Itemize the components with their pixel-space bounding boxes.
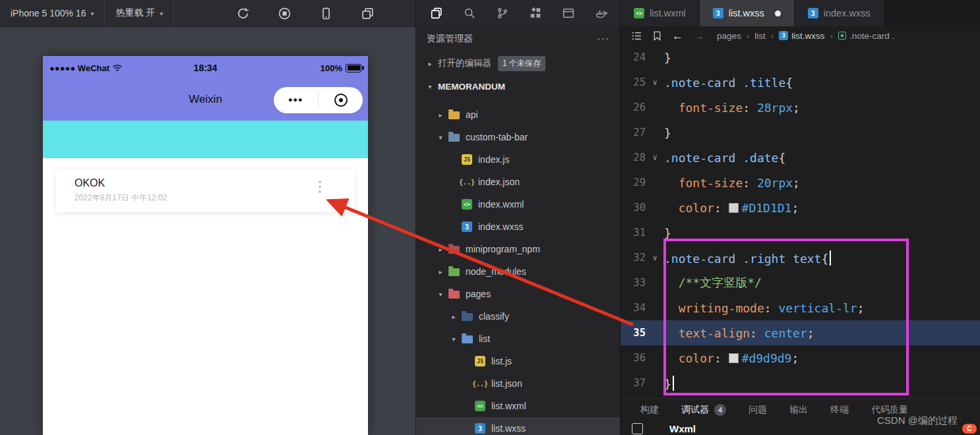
- chevron-right-icon: ▸: [436, 268, 445, 276]
- code-line-36[interactable]: 36 color: #d9d9d9;: [621, 345, 980, 370]
- fold-chevron-icon[interactable]: ∨: [646, 153, 664, 162]
- tree-item-miniprogram_npm[interactable]: ▸miniprogram_npm: [416, 238, 620, 260]
- code-line-37[interactable]: 37}: [621, 370, 980, 395]
- file-name: list.wxml: [491, 401, 526, 411]
- breadcrumb-item[interactable]: 3list.wxss: [779, 31, 824, 41]
- code-line-31[interactable]: 31}: [621, 220, 980, 245]
- tree-item-list.wxml[interactable]: <>list.wxml: [416, 395, 620, 417]
- editor-tab-list.wxml[interactable]: <>list.wxml: [621, 0, 700, 26]
- hot-reload-selector[interactable]: 热重载 开: [105, 0, 173, 26]
- chevron-right-icon: ▸: [436, 246, 445, 253]
- code-line-34[interactable]: 34 writing-mode: vertical-lr;: [621, 295, 980, 320]
- more-dots-icon[interactable]: [316, 178, 324, 196]
- code-line-33[interactable]: 33 /**文字竖版*/: [621, 270, 980, 295]
- wxss-file-icon: 3: [462, 221, 472, 232]
- stop-icon[interactable]: [278, 7, 291, 20]
- file-name: classify: [479, 311, 509, 322]
- wifi-icon: [112, 64, 123, 72]
- chevron-right-icon: [425, 60, 435, 67]
- tree-item-index.wxml[interactable]: <>index.wxml: [416, 193, 620, 216]
- line-number: 32: [621, 252, 646, 264]
- fold-chevron-icon[interactable]: ∨: [646, 253, 664, 262]
- editor-tab-index.wxss[interactable]: 3index.wxss: [795, 0, 884, 26]
- debugger-badge: 4: [714, 404, 726, 416]
- file-name: api: [466, 109, 478, 120]
- breadcrumb-item[interactable]: .note-card .: [838, 31, 894, 41]
- tree-item-index.json[interactable]: {..}index.json: [416, 171, 620, 193]
- line-number: 33: [621, 277, 646, 289]
- search-icon[interactable]: [464, 7, 475, 19]
- chevron-down-icon: [425, 83, 435, 90]
- windows-icon[interactable]: [361, 7, 374, 20]
- tree-item-api[interactable]: ▸api: [416, 103, 620, 126]
- panel-tab-终端[interactable]: 终端: [830, 404, 849, 416]
- code-text: }: [664, 376, 674, 391]
- code-line-32[interactable]: 32∨.note-card .right text{: [621, 245, 980, 270]
- tree-item-custom-tab-bar[interactable]: ▾custom-tab-bar: [416, 126, 620, 148]
- refresh-icon[interactable]: [237, 7, 249, 20]
- battery-percent: 100%: [321, 63, 342, 73]
- more-button[interactable]: •••: [274, 94, 318, 107]
- tab-label: list.wxss: [729, 8, 764, 18]
- breadcrumb-item[interactable]: pages: [717, 31, 741, 41]
- color-swatch: [729, 203, 739, 213]
- chevron-down-icon: ▾: [436, 291, 445, 298]
- line-number: 28: [621, 152, 646, 163]
- exit-button[interactable]: [319, 94, 363, 107]
- file-name: node_modules: [466, 266, 526, 277]
- code-text: writing-mode: vertical-lr;: [664, 301, 864, 315]
- code-text: /**文字竖版*/: [664, 275, 762, 291]
- line-number: 24: [621, 51, 646, 63]
- code-text: .note-card .right text{: [664, 250, 831, 266]
- panel-tab-问题[interactable]: 问题: [749, 404, 767, 416]
- panel-tab-调试器[interactable]: 调试器4: [681, 404, 726, 416]
- tree-item-list.json[interactable]: {..}list.json: [416, 372, 620, 395]
- code-line-27[interactable]: 27}: [621, 120, 980, 145]
- extensions-icon[interactable]: [530, 7, 541, 19]
- tree-item-list[interactable]: ▾list: [416, 328, 620, 350]
- code-line-35[interactable]: 35 text-align: center;: [621, 320, 980, 345]
- js-file-icon: JS: [475, 356, 485, 366]
- note-card[interactable]: OKOK 2022年8月17日 中午12:02: [56, 169, 355, 212]
- tree-item-index.js[interactable]: JSindex.js: [416, 148, 620, 171]
- breadcrumb: pages›list›3list.wxss›.note-card .: [717, 31, 894, 41]
- more-actions-icon[interactable]: ···: [597, 33, 609, 45]
- code-line-26[interactable]: 26 font-size: 28rpx;: [621, 95, 980, 120]
- tree-item-pages[interactable]: ▾pages: [416, 283, 620, 305]
- code-line-28[interactable]: 28∨.note-card .date{: [621, 145, 980, 170]
- code-line-25[interactable]: 25∨.note-card .title{: [621, 70, 980, 95]
- code-editor[interactable]: 24}25∨.note-card .title{26 font-size: 28…: [621, 45, 980, 395]
- git-branch-icon[interactable]: [497, 7, 508, 19]
- inspect-icon[interactable]: [632, 423, 643, 434]
- breadcrumb-item[interactable]: list: [754, 31, 766, 41]
- device-selector[interactable]: iPhone 5 100% 16: [0, 0, 104, 26]
- phone-icon[interactable]: [320, 7, 332, 20]
- back-arrow-icon[interactable]: [672, 30, 683, 42]
- debugger-tab-wxml[interactable]: Wxml: [669, 423, 696, 434]
- copy-icon[interactable]: [431, 7, 443, 19]
- code-line-29[interactable]: 29 font-size: 20rpx;: [621, 170, 980, 195]
- outline-icon[interactable]: [631, 30, 642, 42]
- code-line-24[interactable]: 24}: [621, 45, 980, 70]
- code-line-30[interactable]: 30 color: #D1D1D1;: [621, 195, 980, 220]
- docker-icon[interactable]: [596, 7, 607, 19]
- panel-tab-构建[interactable]: 构建: [640, 404, 659, 416]
- tree-item-index.wxss[interactable]: 3index.wxss: [416, 216, 620, 238]
- line-number: 34: [621, 302, 646, 314]
- project-header[interactable]: MEMORANDUM: [416, 76, 620, 97]
- tree-item-list.wxss[interactable]: 3list.wxss: [416, 417, 620, 435]
- open-editors-section[interactable]: 打开的编辑器 1 个未保存: [416, 51, 620, 76]
- tree-item-classify[interactable]: ▸classify: [416, 305, 620, 328]
- forward-arrow-icon[interactable]: [693, 30, 704, 42]
- csdn-logo-icon: C: [962, 424, 977, 434]
- panel-tab-代码质量[interactable]: 代码质量: [871, 404, 908, 416]
- tree-item-list.js[interactable]: JSlist.js: [416, 350, 620, 372]
- explorer-panel: 资源管理器 ··· 打开的编辑器 1 个未保存 MEMORANDUM ▸api▾…: [415, 0, 620, 435]
- window-icon[interactable]: [563, 7, 574, 19]
- folder-icon: [448, 268, 460, 276]
- editor-tab-list.wxss[interactable]: 3list.wxss: [700, 0, 795, 26]
- panel-tab-输出[interactable]: 输出: [789, 404, 808, 416]
- fold-chevron-icon[interactable]: ∨: [646, 78, 664, 87]
- tree-item-node_modules[interactable]: ▸node_modules: [416, 260, 620, 283]
- bookmark-icon[interactable]: [652, 31, 662, 41]
